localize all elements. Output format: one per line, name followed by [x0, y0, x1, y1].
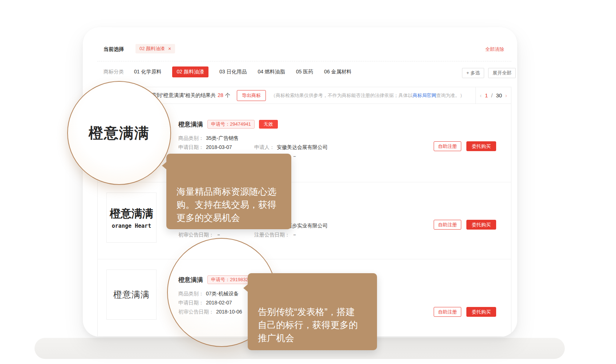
tooltip-arrow-icon — [243, 284, 248, 292]
export-trademarks-button[interactable]: 导出商标 — [237, 90, 266, 101]
date-label: 申请日期： — [178, 144, 204, 150]
date-line: 申请日期：2018-03-07 申请人：安徽美达会展有限公司 — [178, 144, 328, 151]
filter-tag-label: 02 颜料油漆 — [139, 45, 165, 52]
current-selection-label: 当前选择 — [104, 46, 124, 53]
entrust-purchase-button[interactable]: 委托购买 — [466, 141, 496, 151]
category-item-02-selected[interactable]: 02 颜料油漆 — [172, 66, 208, 77]
category-item-05[interactable]: 05 医药 — [296, 69, 313, 75]
tooltip-marketplace: 海量精品商标资源随心选 购。支持在线交易，获得 更多的交易机会 — [166, 154, 291, 229]
reg-notice-value: － — [292, 232, 297, 238]
category-bar: 商标分类 01 化学原料 02 颜料油漆 03 日化用品 04 燃料油脂 05 … — [104, 66, 362, 77]
applicant-value: 安徽美达会展有限公司 — [277, 144, 328, 150]
first-notice-value: － — [216, 232, 221, 238]
page-total: 30 — [496, 92, 502, 98]
trademark-office-link[interactable]: 商标局官网 — [413, 93, 436, 98]
page-current: 1 — [485, 92, 488, 98]
self-register-button[interactable]: 自助注册 — [434, 141, 461, 151]
category-item-01[interactable]: 01 化学原料 — [134, 69, 161, 75]
expand-all-button[interactable]: 展开全部 — [488, 68, 516, 78]
results-count: 28 — [218, 92, 223, 98]
page-separator: / — [491, 92, 493, 98]
date-value: 2018-03-07 — [206, 144, 232, 150]
category-actions: + 多选 展开全部 — [462, 68, 516, 78]
clear-all-button[interactable]: 全部清除 — [485, 46, 504, 53]
category-item-04[interactable]: 04 燃料油脂 — [258, 69, 285, 75]
trademark-image: 橙意满满 — [106, 270, 157, 320]
entrust-purchase-button[interactable]: 委托购买 — [466, 307, 496, 317]
magnified-trademark-text: 橙意满满 — [89, 123, 150, 143]
filter-tag: 02 颜料油漆 × — [135, 44, 175, 53]
category-value: 35类-广告销售 — [206, 135, 239, 141]
trademark-title: 橙意满满 — [178, 120, 203, 129]
trademark-image-subtext: orange Heart — [112, 223, 151, 229]
notice-line: 初审公告日期：－ 注册公告日期：－ — [178, 232, 297, 238]
pagination: ‹ 1 / 30 › — [475, 87, 511, 104]
remove-filter-icon[interactable]: × — [168, 46, 171, 52]
tooltip-text: 海量精品商标资源随心选 购。支持在线交易，获得 更多的交易机会 — [177, 186, 276, 223]
reg-notice-value: － — [292, 153, 297, 159]
category-item-06[interactable]: 06 金属材料 — [324, 69, 351, 75]
self-register-button[interactable]: 自助注册 — [434, 307, 461, 317]
row-actions: 自助注册 委托购买 — [434, 307, 496, 317]
application-number-tag: 申请号：29474941 — [207, 120, 255, 129]
disclaimer-text: （商标检索结果仅供参考，不作为商标能否注册的法律依据；具体以商标局官网查询为准。… — [271, 92, 465, 99]
trademark-image: 橙意满满 orange Heart — [106, 193, 157, 243]
category-line: 商品类别：35类-广告销售 — [178, 135, 239, 142]
multi-select-button[interactable]: + 多选 — [462, 68, 484, 78]
tooltip-arrow-icon — [162, 162, 167, 170]
first-notice-label: 初审公告日期： — [178, 232, 214, 238]
applicant-label: 申请人： — [254, 144, 275, 150]
trademark-image-text: 橙意满满 — [113, 289, 150, 300]
trademark-image-text: 橙意满满 — [110, 206, 153, 221]
row-header: 橙意满满 申请号：29474941 无效 — [178, 120, 278, 129]
category-item-03[interactable]: 03 日化用品 — [219, 69, 247, 75]
page-next-icon[interactable]: › — [505, 92, 507, 98]
reg-notice-label: 注册公告日期： — [254, 232, 290, 238]
tooltip-promotion: 告别传统“发表格”，搭建 自己的标行，获得更多的 推广机会 — [248, 273, 377, 350]
category-bar-label: 商标分类 — [104, 69, 124, 75]
row-actions: 自助注册 委托购买 — [434, 220, 496, 230]
results-summary-suffix: 个 — [225, 92, 230, 98]
dashed-divider — [97, 61, 511, 61]
tooltip-text: 告别传统“发表格”，搭建 自己的标行，获得更多的 推广机会 — [258, 307, 358, 343]
row-actions: 自助注册 委托购买 — [434, 141, 496, 151]
self-register-button[interactable]: 自助注册 — [434, 220, 461, 230]
status-badge: 无效 — [259, 120, 278, 129]
page: 当前选择 02 颜料油漆 × 全部清除 商标分类 01 化学原料 02 颜料油漆… — [0, 0, 616, 364]
entrust-purchase-button[interactable]: 委托购买 — [466, 220, 496, 230]
category-label: 商品类别： — [178, 135, 204, 141]
disclaimer-post: 查询为准。） — [436, 93, 465, 98]
page-prev-icon[interactable]: ‹ — [480, 92, 482, 98]
table-row: 橙意满满 orange Heart 橙意满满 申请号：29482153 已注册 … — [98, 182, 511, 259]
disclaimer-pre: （商标检索结果仅供参考，不作为商标能否注册的法律依据；具体以 — [271, 93, 413, 98]
magnifier-circle: 橙意满满 — [67, 81, 171, 185]
